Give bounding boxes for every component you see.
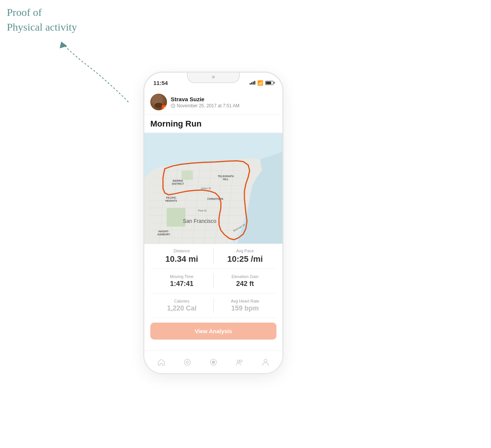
stat-calories: Calories 1,220 Cal <box>150 299 213 312</box>
stat-calories-value: 1,220 Cal <box>150 304 213 312</box>
phone-frame: 11:54 📶 S <box>144 72 283 374</box>
stat-elevation-value: 242 ft <box>214 280 277 288</box>
map-container: MARINA DISTRICT TELEGRAPH HILL Union St … <box>144 133 283 244</box>
svg-text:Post St: Post St <box>198 209 206 212</box>
stats-section: Distance 10.34 mi Avg Pace 10:25 /mi Mov… <box>144 244 283 318</box>
stat-elevation: Elevation Gain 242 ft <box>214 274 277 288</box>
stats-row-1: Distance 10.34 mi Avg Pace 10:25 /mi <box>150 244 276 269</box>
user-header: S Strava Suzie November 25, 2017 at 7:51… <box>144 89 283 114</box>
svg-point-38 <box>212 361 215 364</box>
phone-mockup: 11:54 📶 S <box>113 38 313 408</box>
view-analysis-button[interactable]: View Analysis <box>150 323 276 340</box>
stats-row-2: Moving Time 1:47:41 Elevation Gain 242 f… <box>150 269 276 294</box>
svg-text:Union St: Union St <box>201 187 211 190</box>
svg-text:CHINATOWN: CHINATOWN <box>207 198 223 200</box>
svg-point-35 <box>184 359 190 365</box>
stat-distance: Distance 10.34 mi <box>150 249 213 264</box>
svg-text:TELEGRAPH: TELEGRAPH <box>218 175 234 178</box>
status-time: 11:54 <box>153 80 168 86</box>
stat-heart-rate-value: 159 bpm <box>214 304 277 312</box>
front-camera <box>212 76 215 79</box>
stat-distance-label: Distance <box>150 249 213 253</box>
user-info: Strava Suzie November 25, 2017 at 7:51 A… <box>171 96 276 108</box>
nav-home-icon[interactable] <box>156 357 167 368</box>
user-name: Strava Suzie <box>171 96 276 102</box>
svg-text:PACIFIC: PACIFIC <box>166 196 176 199</box>
signal-icon <box>250 81 255 85</box>
bottom-nav <box>144 351 283 373</box>
stat-avg-pace-label: Avg Pace <box>214 249 277 253</box>
nav-profile-icon[interactable] <box>260 357 271 368</box>
strava-badge: S <box>162 105 167 110</box>
svg-point-40 <box>240 360 242 362</box>
svg-text:DISTRICT: DISTRICT <box>172 182 184 185</box>
annotation-label: Proof of Physical activity <box>7 5 77 34</box>
stat-elevation-label: Elevation Gain <box>214 274 277 279</box>
nav-record-icon[interactable] <box>208 357 219 368</box>
nav-groups-icon[interactable] <box>234 357 245 368</box>
activity-title: Morning Run <box>144 114 283 133</box>
stat-moving-time-label: Moving Time <box>150 274 213 279</box>
avatar: S <box>150 94 167 110</box>
stat-heart-rate: Avg Heart Rate 159 bpm <box>214 299 277 312</box>
svg-text:ASHBURY: ASHBURY <box>157 233 170 236</box>
stat-calories-label: Calories <box>150 299 213 303</box>
svg-text:HEIGHTS: HEIGHTS <box>165 199 177 202</box>
nav-explore-icon[interactable] <box>182 357 193 368</box>
svg-point-39 <box>237 360 239 362</box>
svg-point-41 <box>264 359 267 362</box>
svg-point-36 <box>186 361 188 363</box>
stat-avg-pace-value: 10:25 /mi <box>214 254 277 264</box>
svg-text:HILL: HILL <box>223 178 229 181</box>
phone-notch <box>187 73 240 83</box>
svg-text:HAIGHT-: HAIGHT- <box>158 230 169 233</box>
svg-rect-21 <box>182 171 193 180</box>
stat-moving-time-value: 1:47:41 <box>150 280 213 288</box>
battery-icon <box>265 81 273 85</box>
stats-row-3: Calories 1,220 Cal Avg Heart Rate 159 bp… <box>150 294 276 318</box>
status-icons: 📶 <box>250 80 273 86</box>
stat-avg-pace: Avg Pace 10:25 /mi <box>214 249 277 264</box>
svg-text:San Francisco: San Francisco <box>183 218 216 224</box>
clock-icon <box>171 104 175 108</box>
wifi-icon: 📶 <box>257 80 263 86</box>
svg-marker-0 <box>60 42 67 48</box>
stat-heart-rate-label: Avg Heart Rate <box>214 299 277 303</box>
map-svg: MARINA DISTRICT TELEGRAPH HILL Union St … <box>144 133 283 244</box>
screen-content: S Strava Suzie November 25, 2017 at 7:51… <box>144 89 283 373</box>
stat-moving-time: Moving Time 1:47:41 <box>150 274 213 288</box>
svg-text:MARINA: MARINA <box>173 179 183 182</box>
stat-distance-value: 10.34 mi <box>150 254 213 264</box>
user-date: November 25, 2017 at 7:51 AM <box>171 103 276 108</box>
